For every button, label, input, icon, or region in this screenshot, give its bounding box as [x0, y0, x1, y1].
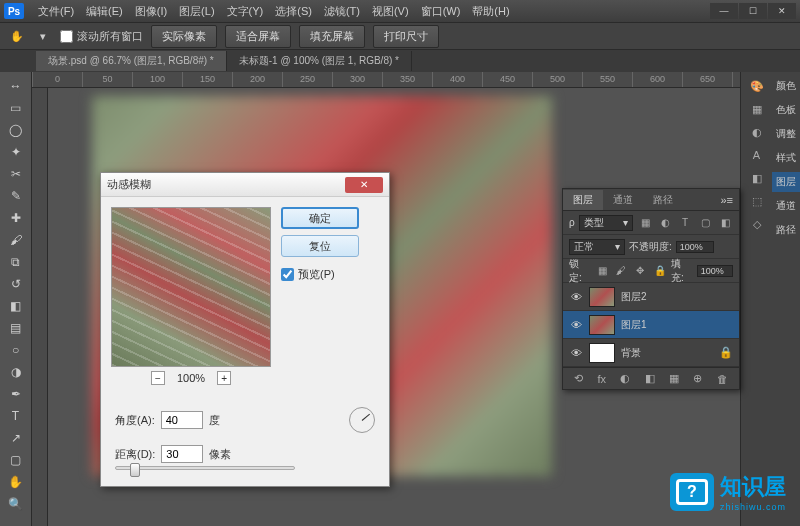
- gradient-tool[interactable]: ▤: [5, 318, 27, 338]
- menu-file[interactable]: 文件(F): [32, 4, 80, 19]
- dialog-titlebar[interactable]: 动感模糊 ✕: [101, 173, 389, 197]
- layer-item[interactable]: 👁 图层2: [563, 283, 739, 311]
- hand-tool[interactable]: ✋: [5, 472, 27, 492]
- zoom-out-button[interactable]: −: [151, 371, 165, 385]
- menu-select[interactable]: 选择(S): [269, 4, 318, 19]
- swatches-panel-icon[interactable]: ▦: [747, 99, 767, 119]
- fill-input[interactable]: 100%: [697, 265, 733, 277]
- label-styles[interactable]: 样式: [772, 148, 800, 168]
- tab-channels[interactable]: 通道: [603, 190, 643, 210]
- visibility-icon[interactable]: 👁: [569, 290, 583, 304]
- dropdown-icon[interactable]: ▾: [34, 27, 52, 45]
- stamp-tool[interactable]: ⧉: [5, 252, 27, 272]
- crop-tool[interactable]: ✂: [5, 164, 27, 184]
- layer-item[interactable]: 👁 图层1: [563, 311, 739, 339]
- shape-tool[interactable]: ▢: [5, 450, 27, 470]
- label-channels[interactable]: 通道: [772, 196, 800, 216]
- preview-image[interactable]: [111, 207, 271, 367]
- visibility-icon[interactable]: 👁: [569, 318, 583, 332]
- label-paths[interactable]: 路径: [772, 220, 800, 240]
- scroll-all-checkbox[interactable]: 滚动所有窗口: [60, 29, 143, 44]
- brush-tool[interactable]: 🖌: [5, 230, 27, 250]
- minimize-button[interactable]: —: [710, 3, 738, 19]
- healing-tool[interactable]: ✚: [5, 208, 27, 228]
- paths-panel-icon[interactable]: ◇: [747, 214, 767, 234]
- menu-image[interactable]: 图像(I): [129, 4, 173, 19]
- panel-menu-icon[interactable]: »≡: [714, 194, 739, 206]
- type-tool[interactable]: T: [5, 406, 27, 426]
- mask-icon[interactable]: ◐: [620, 372, 630, 385]
- ok-button[interactable]: 确定: [281, 207, 359, 229]
- tab-layers[interactable]: 图层: [563, 190, 603, 210]
- menu-edit[interactable]: 编辑(E): [80, 4, 129, 19]
- blend-mode-select[interactable]: 正常▾: [569, 239, 625, 255]
- angle-input[interactable]: [161, 411, 203, 429]
- preview-checkbox[interactable]: 预览(P): [281, 267, 359, 282]
- filter-type-icon[interactable]: T: [677, 215, 693, 231]
- angle-dial[interactable]: [349, 407, 375, 433]
- reset-button[interactable]: 复位: [281, 235, 359, 257]
- label-color[interactable]: 颜色: [772, 76, 800, 96]
- actual-pixels-button[interactable]: 实际像素: [151, 25, 217, 48]
- visibility-icon[interactable]: 👁: [569, 346, 583, 360]
- maximize-button[interactable]: ☐: [739, 3, 767, 19]
- filter-smart-icon[interactable]: ◧: [717, 215, 733, 231]
- styles-panel-icon[interactable]: A: [747, 145, 767, 165]
- filter-pixel-icon[interactable]: ▦: [637, 215, 653, 231]
- adjustment-layer-icon[interactable]: ◧: [645, 372, 655, 385]
- channels-panel-icon[interactable]: ⬚: [747, 191, 767, 211]
- menu-layer[interactable]: 图层(L): [173, 4, 220, 19]
- distance-input[interactable]: [161, 445, 203, 463]
- print-size-button[interactable]: 打印尺寸: [373, 25, 439, 48]
- lock-all-icon[interactable]: 🔒: [652, 263, 667, 279]
- menu-filter[interactable]: 滤镜(T): [318, 4, 366, 19]
- filter-kind-label: ρ: [569, 217, 575, 228]
- wand-tool[interactable]: ✦: [5, 142, 27, 162]
- fx-icon[interactable]: fx: [598, 373, 607, 385]
- pen-tool[interactable]: ✒: [5, 384, 27, 404]
- menu-type[interactable]: 文字(Y): [221, 4, 270, 19]
- layer-item[interactable]: 👁 背景 🔒: [563, 339, 739, 367]
- eraser-tool[interactable]: ◧: [5, 296, 27, 316]
- lasso-tool[interactable]: ◯: [5, 120, 27, 140]
- label-adjust[interactable]: 调整: [772, 124, 800, 144]
- dodge-tool[interactable]: ◑: [5, 362, 27, 382]
- zoom-in-button[interactable]: +: [217, 371, 231, 385]
- filter-adjust-icon[interactable]: ◐: [657, 215, 673, 231]
- adjustments-panel-icon[interactable]: ◐: [747, 122, 767, 142]
- link-layers-icon[interactable]: ⟲: [574, 372, 583, 385]
- move-tool[interactable]: ↔: [5, 76, 27, 96]
- menu-help[interactable]: 帮助(H): [466, 4, 515, 19]
- filter-kind-select[interactable]: 类型▾: [579, 215, 633, 231]
- layers-panel-icon[interactable]: ◧: [747, 168, 767, 188]
- eyedropper-tool[interactable]: ✎: [5, 186, 27, 206]
- path-tool[interactable]: ↗: [5, 428, 27, 448]
- layer-thumbnail: [589, 287, 615, 307]
- distance-label: 距离(D):: [115, 447, 155, 462]
- filter-shape-icon[interactable]: ▢: [697, 215, 713, 231]
- fit-screen-button[interactable]: 适合屏幕: [225, 25, 291, 48]
- group-icon[interactable]: ▦: [669, 372, 679, 385]
- delete-layer-icon[interactable]: 🗑: [717, 373, 728, 385]
- menu-view[interactable]: 视图(V): [366, 4, 415, 19]
- close-button[interactable]: ✕: [768, 3, 796, 19]
- opacity-input[interactable]: 100%: [676, 241, 714, 253]
- dialog-close-button[interactable]: ✕: [345, 177, 383, 193]
- doc-tab-2[interactable]: 未标题-1 @ 100% (图层 1, RGB/8) *: [227, 51, 412, 71]
- lock-position-icon[interactable]: ✥: [633, 263, 648, 279]
- new-layer-icon[interactable]: ⊕: [693, 372, 702, 385]
- history-brush-tool[interactable]: ↺: [5, 274, 27, 294]
- doc-tab-1[interactable]: 场景.psd @ 66.7% (图层1, RGB/8#) *: [36, 51, 227, 71]
- zoom-tool[interactable]: 🔍: [5, 494, 27, 514]
- tab-paths[interactable]: 路径: [643, 190, 683, 210]
- fill-screen-button[interactable]: 填充屏幕: [299, 25, 365, 48]
- menu-window[interactable]: 窗口(W): [415, 4, 467, 19]
- label-swatches[interactable]: 色板: [772, 100, 800, 120]
- label-layers[interactable]: 图层: [772, 172, 800, 192]
- lock-image-icon[interactable]: 🖌: [614, 263, 629, 279]
- lock-transparent-icon[interactable]: ▦: [595, 263, 610, 279]
- color-panel-icon[interactable]: 🎨: [747, 76, 767, 96]
- distance-slider[interactable]: [115, 466, 295, 470]
- marquee-tool[interactable]: ▭: [5, 98, 27, 118]
- blur-tool[interactable]: ○: [5, 340, 27, 360]
